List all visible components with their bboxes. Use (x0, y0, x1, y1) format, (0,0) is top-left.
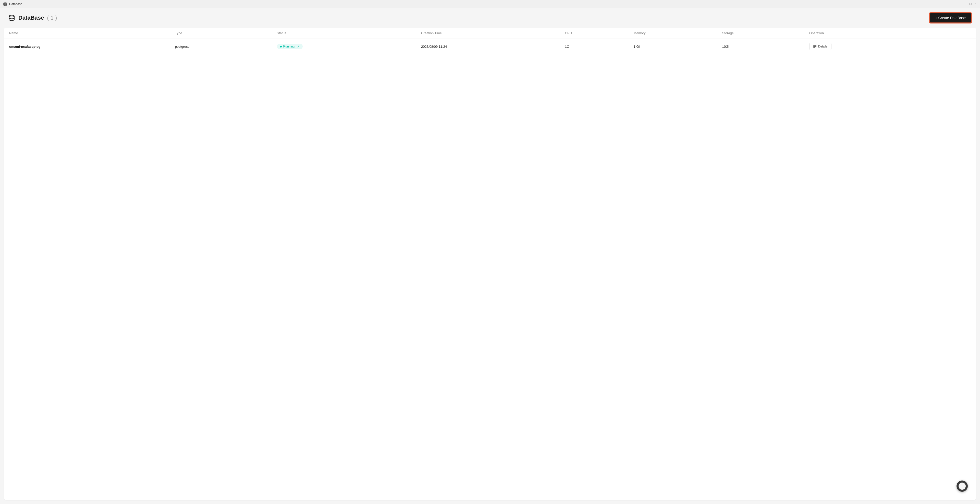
svg-rect-2 (813, 45, 816, 46)
maximize-button[interactable]: ❐ (969, 3, 972, 6)
details-button[interactable]: Details (809, 43, 832, 50)
status-dot (280, 46, 282, 48)
database-table-container: Name Type Status Creation Time CPU Memor… (4, 27, 976, 500)
status-arrow-icon: ↗ (297, 45, 300, 48)
window-title: Database (9, 2, 22, 6)
database-table: Name Type Status Creation Time CPU Memor… (4, 27, 976, 54)
col-type: Type (170, 27, 272, 39)
cell-operation: Details ⋮ (804, 39, 976, 54)
table-header: Name Type Status Creation Time CPU Memor… (4, 27, 976, 39)
cell-storage: 10Gi (717, 39, 804, 54)
col-operation: Operation (804, 27, 976, 39)
svg-point-1 (9, 15, 14, 17)
create-database-button[interactable]: + Create DataBase (929, 13, 972, 23)
col-name: Name (4, 27, 170, 39)
table-row: umami-ncafasqs-pg postgresql Running ↗ 2… (4, 39, 976, 54)
cell-cpu: 1C (560, 39, 628, 54)
details-icon (813, 45, 817, 48)
svg-point-0 (3, 3, 6, 3)
page-count: ( 1 ) (47, 14, 57, 21)
cell-name: umami-ncafasqs-pg (4, 39, 170, 54)
cell-status: Running ↗ (272, 39, 416, 54)
col-status: Status (272, 27, 416, 39)
page-title: DataBase (18, 14, 44, 21)
floating-action-inner (959, 483, 966, 490)
more-options-button[interactable]: ⋮ (834, 43, 842, 50)
database-name: umami-ncafasqs-pg (9, 45, 41, 48)
cell-creation-time: 2023/08/09 11:24 (416, 39, 560, 54)
floating-action-button[interactable] (956, 480, 968, 492)
table-header-row: Name Type Status Creation Time CPU Memor… (4, 27, 976, 39)
cell-type: postgresql (170, 39, 272, 54)
header-left: DataBase ( 1 ) (8, 14, 57, 21)
col-creation-time: Creation Time (416, 27, 560, 39)
svg-rect-3 (813, 46, 816, 47)
app-container: DataBase ( 1 ) + Create DataBase Name Ty… (0, 8, 980, 504)
status-text: Running (283, 45, 295, 48)
cell-memory: 1 Gi (628, 39, 717, 54)
table-body: umami-ncafasqs-pg postgresql Running ↗ 2… (4, 39, 976, 54)
title-bar-left: Database (3, 2, 22, 6)
database-icon (8, 14, 15, 21)
app-icon (3, 2, 7, 6)
title-bar: Database — ❐ ✕ (0, 0, 980, 8)
more-icon: ⋮ (836, 45, 840, 49)
window-controls: — ❐ ✕ (964, 3, 977, 6)
page-header: DataBase ( 1 ) + Create DataBase (0, 8, 980, 27)
minimize-button[interactable]: — (964, 3, 967, 6)
close-button[interactable]: ✕ (974, 3, 977, 6)
operation-cell: Details ⋮ (809, 43, 971, 50)
col-cpu: CPU (560, 27, 628, 39)
col-memory: Memory (628, 27, 717, 39)
details-label: Details (818, 45, 828, 48)
status-badge: Running ↗ (277, 44, 303, 49)
svg-rect-4 (813, 47, 815, 48)
col-storage: Storage (717, 27, 804, 39)
